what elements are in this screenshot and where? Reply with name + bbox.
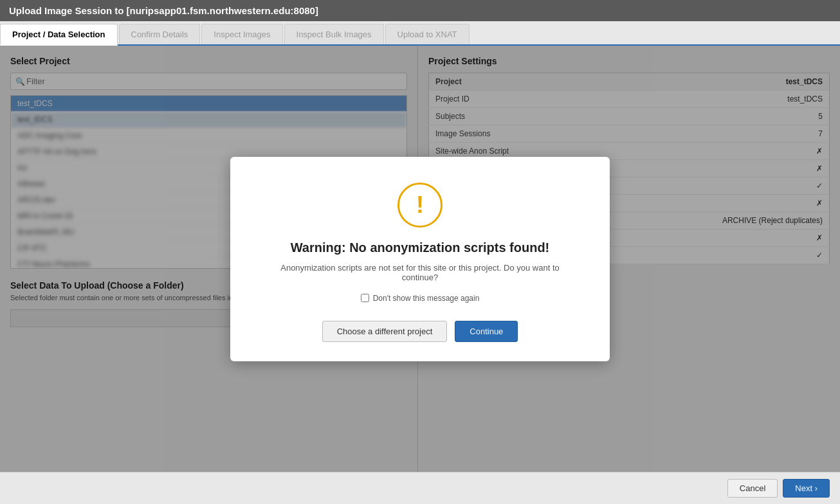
title-text: Upload Image Session to [nuripsapp01.fsm… [9,5,318,16]
modal-title: Warning: No anonymization scripts found! [262,240,578,255]
tab-inspect-images[interactable]: Inspect Images [201,24,282,44]
footer: Cancel Next › [0,472,840,504]
cancel-button[interactable]: Cancel [727,479,778,498]
tab-upload-to-xnat[interactable]: Upload to XNAT [385,24,470,44]
tab-inspect-bulk-images[interactable]: Inspect Bulk Images [284,24,384,44]
modal-body: Anonymization scripts are not set for th… [262,263,578,282]
tab-confirm-details[interactable]: Confirm Details [119,24,201,44]
app-window: Upload Image Session to [nuripsapp01.fsm… [0,0,840,504]
title-bar: Upload Image Session to [nuripsapp01.fsm… [0,0,840,21]
modal-dialog: ! Warning: No anonymization scripts foun… [230,157,610,361]
modal-overlay: ! Warning: No anonymization scripts foun… [0,46,840,472]
dont-show-checkbox[interactable] [361,294,369,302]
warning-icon: ! [397,183,443,228]
tab-project-data-selection[interactable]: Project / Data Selection [0,24,118,46]
continue-button[interactable]: Continue [455,321,518,342]
dont-show-label[interactable]: Don't show this message again [373,294,480,303]
main-content: Select Project 🔍 test_tDCS test_tDCS ADC… [0,46,840,472]
dont-show-row: Don't show this message again [262,294,578,303]
next-button[interactable]: Next › [783,479,830,498]
modal-footer: Choose a different project Continue [262,321,578,342]
choose-different-project-button[interactable]: Choose a different project [322,321,448,342]
tab-bar: Project / Data Selection Confirm Details… [0,21,840,46]
